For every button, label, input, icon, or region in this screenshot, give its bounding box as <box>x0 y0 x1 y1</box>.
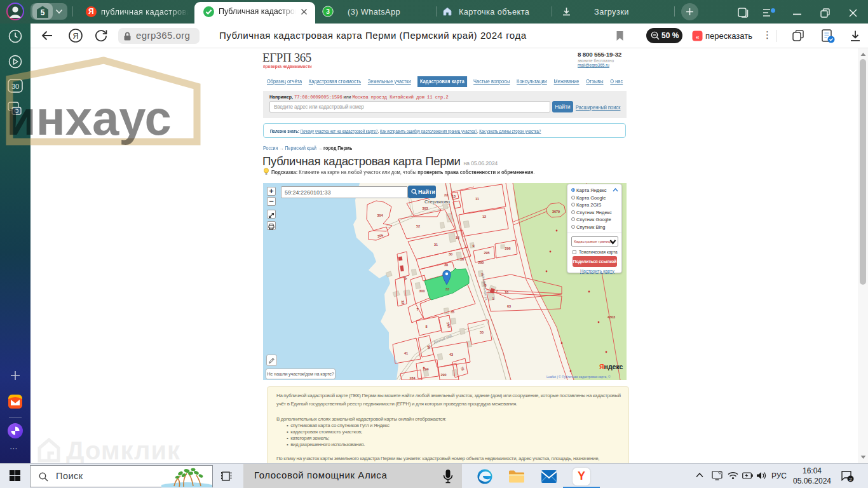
svg-text:12: 12 <box>482 215 486 219</box>
svg-text:Стерлягово: Стерлягово <box>424 199 450 205</box>
svg-text:43: 43 <box>449 353 453 356</box>
svg-text:Leaflet | © Публичная кадастро: Leaflet | © Публичная кадастровая карта,… <box>546 375 611 379</box>
svg-text:11: 11 <box>475 197 479 201</box>
svg-text:22: 22 <box>444 193 448 197</box>
svg-text:Дачный пер.: Дачный пер. <box>433 333 453 344</box>
svg-text:4303: 4303 <box>607 315 615 319</box>
svg-text:16: 16 <box>460 257 464 261</box>
svg-text:3679: 3679 <box>552 210 560 214</box>
svg-text:63: 63 <box>507 304 511 308</box>
svg-text:35: 35 <box>451 310 454 314</box>
svg-text:13: 13 <box>452 194 456 198</box>
svg-text:30: 30 <box>11 83 19 90</box>
svg-text:294: 294 <box>423 367 429 371</box>
svg-text:3: 3 <box>326 8 330 15</box>
svg-text:32: 32 <box>400 300 405 304</box>
svg-text:5: 5 <box>41 8 45 17</box>
svg-text:7: 7 <box>416 308 418 311</box>
svg-text:30: 30 <box>449 252 452 256</box>
svg-text:Я: Я <box>72 32 78 41</box>
svg-text:296: 296 <box>505 247 510 250</box>
svg-text:303: 303 <box>422 207 428 210</box>
svg-text:295: 295 <box>478 261 484 264</box>
svg-text:300: 300 <box>419 289 424 293</box>
svg-text:52: 52 <box>416 224 420 228</box>
svg-text:33: 33 <box>445 287 449 291</box>
svg-text:290: 290 <box>440 373 446 377</box>
svg-text:9: 9 <box>472 244 474 248</box>
svg-text:«: « <box>696 32 700 40</box>
svg-text:295: 295 <box>484 251 489 255</box>
svg-text:8: 8 <box>425 325 427 329</box>
svg-text:2: 2 <box>849 477 852 482</box>
svg-text:16: 16 <box>456 236 459 240</box>
svg-text:7: 7 <box>496 289 498 293</box>
svg-text:55: 55 <box>480 330 484 334</box>
svg-text:38: 38 <box>444 263 448 267</box>
svg-text:304: 304 <box>377 214 383 217</box>
svg-text:76: 76 <box>460 366 465 371</box>
svg-text:Яндекс: Яндекс <box>599 363 623 370</box>
svg-text:24: 24 <box>403 275 408 281</box>
svg-text:284: 284 <box>409 376 416 380</box>
svg-text:31: 31 <box>434 243 438 247</box>
svg-text:18: 18 <box>505 290 508 294</box>
svg-text:41: 41 <box>404 351 408 355</box>
svg-text:292: 292 <box>446 322 451 328</box>
svg-text:1: 1 <box>492 297 494 301</box>
